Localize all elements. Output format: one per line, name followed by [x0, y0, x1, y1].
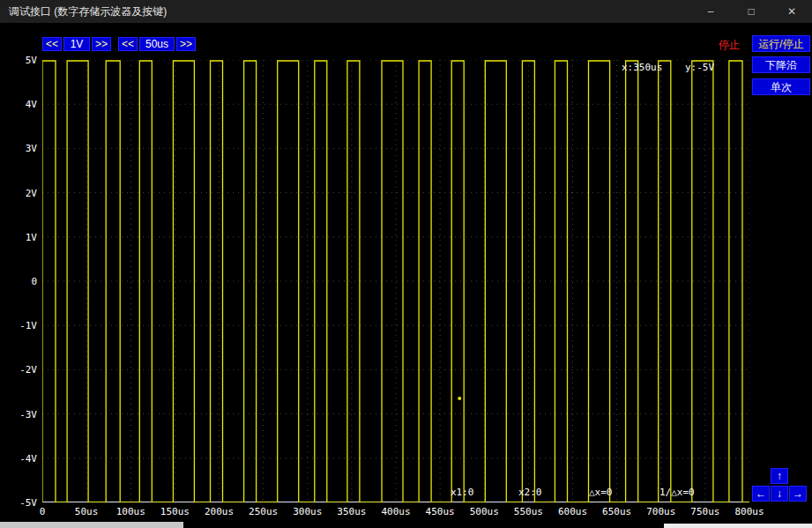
x-axis-labels: 050us100us150us200us250us300us350us400us…: [42, 506, 749, 518]
y-tick-label: 1V: [9, 232, 37, 243]
cursor-x-readout: x:350us: [622, 62, 662, 73]
cursor-right-button[interactable]: →: [789, 486, 807, 502]
cursor-down-button[interactable]: ↓: [771, 486, 788, 502]
time-scale-next-button[interactable]: >>: [176, 37, 196, 51]
delta-x-readout: △x=0: [589, 487, 613, 498]
x-tick-label: 600us: [558, 506, 587, 517]
x-tick-label: 350us: [337, 506, 366, 517]
x-tick-label: 450us: [426, 506, 455, 517]
x-tick-label: 150us: [160, 506, 190, 517]
window-title: 调试接口 (数字存储示波器及按键): [0, 4, 167, 19]
cursor-x1-readout: x1:0: [451, 487, 474, 498]
run-stop-button[interactable]: 运行/停止: [752, 35, 810, 52]
x-tick-label: 300us: [293, 506, 322, 517]
cursor-left-button[interactable]: ←: [752, 486, 770, 502]
x-tick-label: 250us: [249, 506, 278, 517]
x-tick-label: 500us: [470, 506, 499, 517]
cursor-up-button[interactable]: ↑: [771, 468, 788, 484]
volt-scale-prev-button[interactable]: <<: [42, 37, 62, 51]
single-shot-button[interactable]: 单次: [752, 78, 810, 95]
x-tick-label: 750us: [690, 506, 719, 517]
time-scale-value: 50us: [139, 37, 175, 51]
y-tick-label: 3V: [9, 143, 37, 154]
x-tick-label: 200us: [205, 506, 234, 517]
x-tick-label: 700us: [646, 506, 675, 517]
trigger-marker-dot: [458, 397, 461, 400]
time-scale-prev-button[interactable]: <<: [118, 37, 138, 51]
x-tick-label: 800us: [734, 506, 764, 517]
x-tick-label: 550us: [514, 506, 543, 517]
y-tick-label: -4V: [9, 453, 37, 465]
y-tick-label: -3V: [9, 409, 37, 420]
cursor-x2-readout: x2:0: [518, 487, 542, 498]
maximize-button[interactable]: □: [731, 0, 771, 23]
minimize-button[interactable]: –: [690, 0, 731, 23]
waveform-plot: [42, 60, 749, 502]
inv-delta-x-readout: 1/△x=0: [659, 487, 695, 498]
y-tick-label: 0: [9, 276, 37, 287]
x-tick-label: 650us: [602, 506, 631, 517]
background-window-sliver-left: [0, 522, 183, 528]
y-tick-label: 5V: [9, 55, 37, 66]
x-tick-label: 400us: [381, 506, 410, 517]
cursor-y-readout: y:-5V: [685, 62, 714, 73]
oscilloscope-window: 调试接口 (数字存储示波器及按键) – □ ✕ << 1V >> << 50us…: [0, 0, 812, 528]
volt-scale-next-button[interactable]: >>: [92, 37, 111, 51]
trigger-edge-button[interactable]: 下降沿: [752, 56, 810, 73]
title-bar: 调试接口 (数字存储示波器及按键) – □ ✕: [0, 0, 812, 23]
status-stopped-label: 停止: [719, 38, 740, 53]
x-tick-label: 50us: [75, 506, 99, 517]
x-tick-label: 100us: [116, 506, 145, 517]
x-tick-label: 0: [40, 506, 46, 517]
y-tick-label: 4V: [9, 99, 37, 110]
y-axis-labels: 5V4V3V2V1V0-1V-2V-3V-4V-5V: [11, 60, 39, 502]
background-window-sliver-right: [664, 524, 812, 528]
window-controls: – □ ✕: [690, 0, 812, 23]
close-button[interactable]: ✕: [771, 0, 812, 23]
waveform-canvas: [42, 60, 749, 502]
y-tick-label: -2V: [9, 364, 37, 376]
y-tick-label: -5V: [9, 497, 37, 509]
y-tick-label: 2V: [9, 188, 37, 199]
volt-scale-value: 1V: [63, 37, 90, 51]
y-tick-label: -1V: [9, 320, 37, 331]
